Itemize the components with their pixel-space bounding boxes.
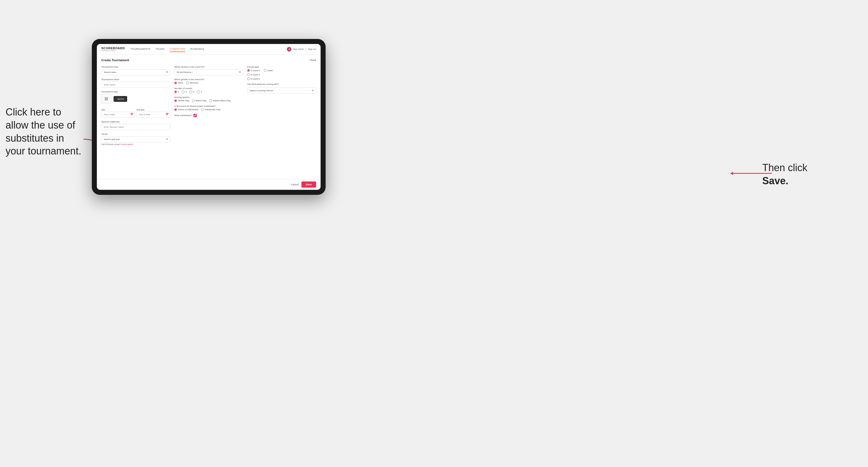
nav-links: TOURNAMENTS TEAMS COMMITTEE RANKINGS bbox=[130, 46, 287, 52]
logo-scoreboard: SCOREBOARD bbox=[101, 47, 125, 50]
substitutes-checkbox-row[interactable]: Allow substitutes? bbox=[174, 114, 243, 117]
form-col-3: Format type 5 count 4 Other bbox=[247, 66, 316, 145]
tournament-host-select[interactable]: Search team bbox=[101, 69, 170, 75]
start-date-field: date 📅 bbox=[101, 109, 135, 118]
venue-field: Venue Search golf club Can't find your v… bbox=[101, 133, 170, 145]
user-name: blair admin bbox=[293, 48, 304, 51]
event-individuals[interactable]: Individuals Only bbox=[201, 108, 220, 111]
format-options: 5 count 4 Other 6 count 4 bbox=[247, 69, 316, 80]
nav-committee[interactable]: COMMITTEE bbox=[170, 46, 186, 52]
venue-email-link[interactable]: email support bbox=[121, 143, 133, 145]
event-type-label: Is this event for Teams and/or Individua… bbox=[174, 105, 243, 107]
division-field: Which division is the event for? NCAA Di… bbox=[174, 66, 243, 75]
nav-teams[interactable]: TEAMS bbox=[156, 46, 165, 52]
substitutes-field: Allow substitutes? bbox=[174, 114, 243, 117]
annotation-right: Then click Save. bbox=[762, 161, 840, 188]
form-col-1: Tournament Host Search team Tournament n… bbox=[101, 66, 170, 145]
venue-label: Venue bbox=[101, 133, 170, 135]
navbar: SCOREBOARD Powered by clippd TOURNAMENTS… bbox=[97, 44, 320, 55]
event-type-field: Is this event for Teams and/or Individua… bbox=[174, 105, 243, 111]
form-col-2: Which division is the event for? NCAA Di… bbox=[174, 66, 243, 145]
format-6count5[interactable]: 6 count 5 bbox=[247, 77, 316, 80]
date-fields: date 📅 End date 📅 bbox=[101, 109, 170, 118]
cancel-button[interactable]: Cancel bbox=[291, 183, 299, 186]
gender-womens[interactable]: Womens bbox=[186, 82, 198, 84]
gender-label: Which gender is the event for? bbox=[174, 78, 243, 81]
tournament-host-label: Tournament Host bbox=[101, 66, 170, 68]
substitutes-label: Allow substitutes? bbox=[174, 114, 192, 117]
round-4[interactable]: 4 bbox=[197, 90, 202, 93]
gender-field: Which gender is the event for? Mens Wome… bbox=[174, 78, 243, 84]
scoring-field: Scoring system Stroke Play Match Play bbox=[174, 96, 243, 102]
logo-placeholder bbox=[101, 94, 111, 104]
upload-button[interactable]: Upload bbox=[114, 96, 127, 102]
division-label: Which division is the event for? bbox=[174, 66, 243, 68]
sponsor-input[interactable] bbox=[101, 124, 170, 130]
nav-rankings[interactable]: RANKINGS bbox=[190, 46, 204, 52]
page-content: Create Tournament ‹ Back Tournament Host… bbox=[97, 55, 320, 179]
venue-select[interactable]: Search golf club bbox=[101, 136, 170, 143]
date-row: date 📅 End date 📅 bbox=[101, 109, 170, 118]
gender-mens[interactable]: Mens bbox=[174, 82, 183, 84]
start-date-input[interactable] bbox=[101, 112, 135, 118]
logo-powered: Powered by clippd bbox=[101, 50, 125, 52]
arrow-right-indicator bbox=[729, 169, 773, 178]
scoring-api-field: Use third-party live scoring API? Select… bbox=[247, 83, 316, 94]
tablet-screen: SCOREBOARD Powered by clippd TOURNAMENTS… bbox=[97, 44, 320, 190]
logo-area: SCOREBOARD Powered by clippd bbox=[101, 47, 125, 52]
event-type-radio-group: Teams (+Individuals) Individuals Only bbox=[174, 108, 243, 111]
round-1[interactable]: 1 bbox=[174, 90, 179, 93]
substitutes-checkbox[interactable] bbox=[193, 114, 197, 117]
rounds-radio-group: 1 2 3 4 bbox=[174, 90, 243, 93]
format-6count4[interactable]: 6 count 4 bbox=[247, 73, 316, 76]
nav-right: B blair admin | Sign out bbox=[287, 47, 316, 52]
scoring-medal-match[interactable]: Medal Match Play bbox=[209, 99, 231, 102]
nav-tournaments[interactable]: TOURNAMENTS bbox=[130, 46, 151, 52]
logo-upload-area: Upload bbox=[101, 94, 170, 104]
tournament-name-input[interactable] bbox=[101, 82, 170, 88]
rounds-label: Number of rounds bbox=[174, 87, 243, 90]
scoring-stroke[interactable]: Stroke Play bbox=[174, 99, 189, 102]
event-teams[interactable]: Teams (+Individuals) bbox=[174, 108, 198, 111]
avatar: B bbox=[287, 47, 291, 52]
end-date-input[interactable] bbox=[137, 112, 170, 118]
scoring-api-select[interactable]: Select a scoring service bbox=[247, 87, 316, 94]
format-5count4[interactable]: 5 count 4 bbox=[247, 69, 260, 72]
page-title: Create Tournament bbox=[101, 58, 129, 62]
tournament-logo-field: Tournament logo Upload bbox=[101, 90, 170, 106]
nav-separator: | bbox=[306, 48, 306, 51]
calendar-icon: 📅 bbox=[130, 113, 133, 116]
round-3[interactable]: 3 bbox=[189, 90, 194, 93]
svg-marker-1 bbox=[730, 172, 733, 175]
back-link[interactable]: ‹ Back bbox=[309, 59, 316, 62]
sign-out-link[interactable]: Sign out bbox=[308, 48, 316, 51]
sponsor-label: Sponsor (optional) bbox=[101, 121, 170, 123]
format-type-label: Format type bbox=[247, 66, 316, 68]
annotation-left: Click here to allow the use of substitut… bbox=[6, 106, 84, 158]
tournament-host-field: Tournament Host Search team bbox=[101, 66, 170, 75]
tournament-name-field: Tournament name bbox=[101, 78, 170, 88]
page-footer: Cancel Save bbox=[97, 179, 320, 190]
scoring-label: Scoring system bbox=[174, 96, 243, 98]
rounds-field: Number of rounds 1 2 bbox=[174, 87, 243, 93]
scoring-radio-group: Stroke Play Match Play Medal Match Play bbox=[174, 99, 243, 102]
format-other[interactable]: Other bbox=[264, 69, 273, 72]
end-date-label: End date bbox=[137, 109, 170, 111]
page-header: Create Tournament ‹ Back bbox=[101, 58, 316, 62]
save-button[interactable]: Save bbox=[301, 182, 316, 188]
division-select[interactable]: NCAA Division I bbox=[174, 69, 243, 75]
venue-help: Can't find your venue? email support bbox=[101, 143, 170, 145]
format-type-field: Format type 5 count 4 Other bbox=[247, 66, 316, 80]
tournament-logo-label: Tournament logo bbox=[101, 90, 170, 93]
image-icon bbox=[104, 97, 108, 101]
form-grid: Tournament Host Search team Tournament n… bbox=[101, 66, 316, 145]
sponsor-field: Sponsor (optional) bbox=[101, 121, 170, 130]
calendar-icon-end: 📅 bbox=[165, 113, 168, 116]
tournament-name-label: Tournament name bbox=[101, 78, 170, 81]
end-date-field: End date 📅 bbox=[137, 109, 170, 118]
scoring-api-label: Use third-party live scoring API? bbox=[247, 83, 316, 86]
tablet-frame: SCOREBOARD Powered by clippd TOURNAMENTS… bbox=[92, 39, 326, 195]
gender-radio-group: Mens Womens bbox=[174, 82, 243, 84]
round-2[interactable]: 2 bbox=[182, 90, 186, 93]
scoring-match[interactable]: Match Play bbox=[192, 99, 207, 102]
